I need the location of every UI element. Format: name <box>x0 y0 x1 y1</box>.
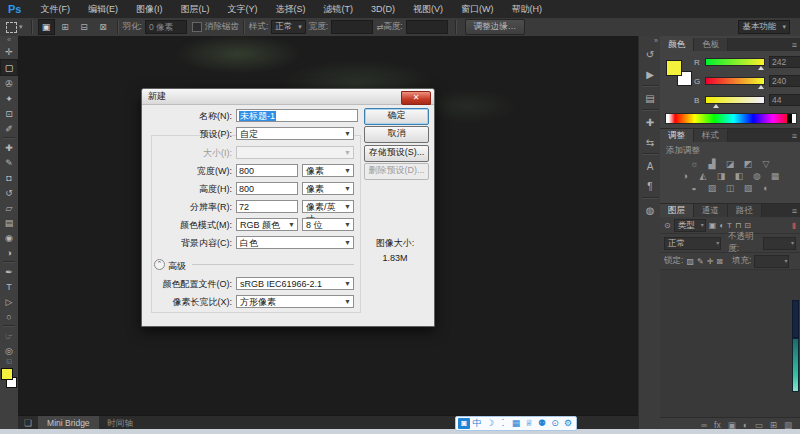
kuler-panel-icon[interactable]: ◍ <box>640 200 660 220</box>
cancel-button[interactable]: 取消 <box>364 126 429 143</box>
panel-menu-icon[interactable]: ≡ <box>792 40 797 50</box>
red-value-input[interactable]: 242 <box>769 56 800 68</box>
dodge-tool[interactable]: ◑ <box>1 245 17 260</box>
ime-language-icon[interactable]: 中 <box>471 418 483 429</box>
lock-all-icon[interactable]: ⊠ <box>716 257 723 266</box>
expand-panels-icon[interactable]: » <box>639 36 661 44</box>
workspace-dropdown[interactable]: 基本功能 ▾ <box>738 20 790 34</box>
tool-preset-dropdown[interactable]: ▾ <box>0 22 27 33</box>
adjustment-layer-filter-icon[interactable]: ◐ <box>719 221 724 230</box>
close-icon[interactable]: ✕ <box>401 91 431 105</box>
swap-dimensions-icon[interactable]: ⇄ <box>376 22 383 32</box>
opacity-input[interactable]: ▾ <box>763 237 796 250</box>
width-input[interactable] <box>331 20 373 34</box>
zoom-tool[interactable]: ◎ <box>1 343 17 358</box>
histogram-panel-icon[interactable]: ▤ <box>640 88 660 108</box>
marquee-tool[interactable]: ▢ <box>0 59 18 76</box>
save-preset-button[interactable]: 存储预设(S)... <box>364 145 429 162</box>
type-tool[interactable]: T <box>1 279 17 294</box>
character-panel-icon[interactable]: A <box>640 156 660 176</box>
actions-panel-icon[interactable]: ▶ <box>640 64 660 84</box>
selective-color-icon[interactable]: ▧ <box>743 183 754 193</box>
menu-help[interactable]: 帮助(H) <box>502 0 551 18</box>
height-input[interactable]: 800 <box>236 182 298 195</box>
height-input[interactable] <box>406 20 448 34</box>
layers-list[interactable] <box>660 270 800 417</box>
properties-panel-icon[interactable]: ⇆ <box>640 132 660 152</box>
blue-slider[interactable] <box>705 96 765 104</box>
brightness-contrast-icon[interactable]: ☼ <box>689 159 700 169</box>
brush-tool[interactable]: ✎ <box>1 155 17 170</box>
curves-icon[interactable]: ◪ <box>725 159 736 169</box>
ime-search-icon[interactable]: ⊙ <box>549 418 561 429</box>
tab-swatches[interactable]: 色板 <box>694 38 728 51</box>
ime-halfwidth-icon[interactable]: ☽ <box>484 418 496 429</box>
preset-dropdown[interactable]: 自定▼ <box>236 127 354 140</box>
hue-saturation-icon[interactable]: ◑ <box>680 171 691 181</box>
smart-object-filter-icon[interactable]: ⊡ <box>744 221 751 230</box>
delete-layer-icon[interactable]: ▥ <box>784 420 792 430</box>
eraser-tool[interactable]: ▱ <box>1 200 17 215</box>
black-white-swatch[interactable] <box>787 114 796 123</box>
tool-presets-panel-icon[interactable]: ✚ <box>640 112 660 132</box>
adjustment-layer-icon[interactable]: ◐ <box>743 420 748 430</box>
threshold-icon[interactable]: ◫ <box>725 183 736 193</box>
style-dropdown[interactable]: 正常 ▾ <box>271 20 306 34</box>
menu-image[interactable]: 图像(I) <box>127 0 172 18</box>
menu-file[interactable]: 文件(F) <box>31 0 79 18</box>
selection-subtract-button[interactable]: ⊟ <box>76 19 93 35</box>
antialias-checkbox[interactable] <box>192 22 202 32</box>
fill-input[interactable]: ▾ <box>754 255 789 268</box>
type-layer-filter-icon[interactable]: T <box>727 221 732 230</box>
green-slider[interactable] <box>705 77 765 85</box>
ime-skin-icon[interactable]: ♕ <box>523 418 535 429</box>
ime-punctuation-icon[interactable]: ⁚ <box>497 418 509 429</box>
black-white-icon[interactable]: ◨ <box>716 171 727 181</box>
slider-thumb-icon[interactable] <box>713 104 719 108</box>
foreground-color-swatch[interactable] <box>1 368 13 380</box>
color-lookup-icon[interactable]: ▦ <box>770 171 781 181</box>
ok-button[interactable]: 确定 <box>364 108 429 125</box>
menu-type[interactable]: 文字(Y) <box>218 0 266 18</box>
paragraph-panel-icon[interactable]: ¶ <box>640 176 660 196</box>
panel-menu-icon[interactable]: ≡ <box>792 206 797 216</box>
levels-icon[interactable]: ▟ <box>707 159 718 169</box>
pixel-layer-filter-icon[interactable]: ▣ <box>709 221 717 230</box>
menu-3d[interactable]: 3D(D) <box>362 0 404 18</box>
crop-tool[interactable]: ⊡ <box>1 106 17 121</box>
color-balance-icon[interactable]: ◭ <box>698 171 709 181</box>
height-unit-dropdown[interactable]: 像素▼ <box>302 182 354 195</box>
color-mode-dropdown[interactable]: RGB 颜色▼ <box>236 218 298 231</box>
menu-window[interactable]: 窗口(W) <box>452 0 503 18</box>
photo-filter-icon[interactable]: ◧ <box>734 171 745 181</box>
shape-tool[interactable]: ○ <box>1 309 17 324</box>
pixel-aspect-dropdown[interactable]: 方形像素▼ <box>236 295 354 308</box>
gradient-map-icon[interactable]: ◐ <box>761 183 772 193</box>
menu-filter[interactable]: 滤镜(T) <box>314 0 362 18</box>
tab-paths[interactable]: 路径 <box>728 204 762 217</box>
slider-thumb-icon[interactable] <box>758 85 764 89</box>
link-layers-icon[interactable]: ∞ <box>701 420 707 430</box>
foreground-color-swatch[interactable] <box>666 60 682 76</box>
tab-layers[interactable]: 图层 <box>660 204 694 217</box>
layer-group-icon[interactable]: ▭ <box>755 420 763 430</box>
posterize-icon[interactable]: ▨ <box>707 183 718 193</box>
resolution-unit-dropdown[interactable]: 像素/英寸▼ <box>302 200 354 213</box>
lasso-tool[interactable]: ✇ <box>1 76 17 91</box>
hand-tool[interactable]: ☞ <box>1 328 17 343</box>
tab-channels[interactable]: 通道 <box>694 204 728 217</box>
menu-view[interactable]: 视图(V) <box>404 0 452 18</box>
lock-position-icon[interactable]: ✛ <box>707 257 714 266</box>
background-contents-dropdown[interactable]: 白色▼ <box>236 236 354 249</box>
resolution-input[interactable]: 72 <box>236 200 298 213</box>
filter-type-dropdown[interactable]: 类型▾ <box>674 219 706 232</box>
selection-new-button[interactable]: ▣ <box>38 19 55 35</box>
menu-layer[interactable]: 图层(L) <box>171 0 218 18</box>
move-tool[interactable]: ✛ <box>1 44 17 59</box>
tab-mini-bridge[interactable]: Mini Bridge <box>38 416 99 430</box>
ime-account-icon[interactable]: ⚉ <box>536 418 548 429</box>
new-layer-icon[interactable]: ⊞ <box>770 420 777 430</box>
gradient-tool[interactable]: ▤ <box>1 215 17 230</box>
selection-intersect-button[interactable]: ⊠ <box>95 19 112 35</box>
collapse-tools-icon[interactable]: « <box>0 36 18 44</box>
